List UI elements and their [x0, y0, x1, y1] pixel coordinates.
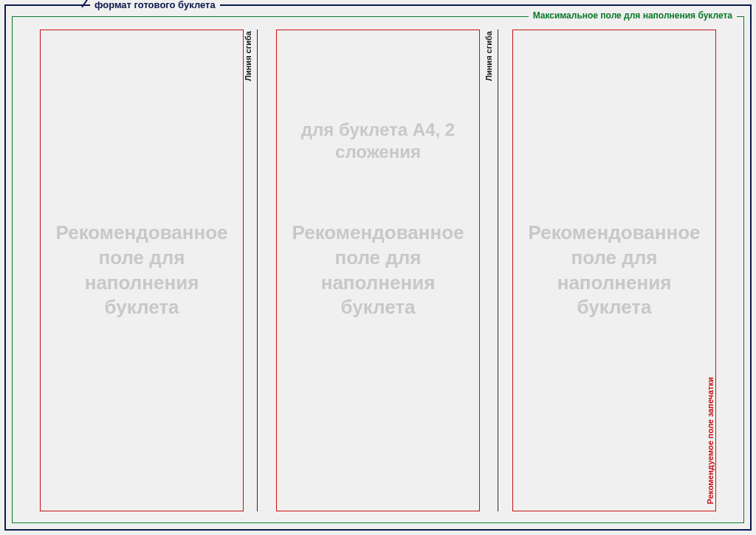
print-area-label: Рекомендуемое поле запечатки: [706, 374, 715, 507]
panel-wrap-1: Рекомендованное поле для наполнения букл…: [24, 30, 260, 511]
panel-2: для буклета А4, 2 сложения Рекомендованн…: [276, 30, 479, 511]
panel-2-text: Рекомендованное поле для наполнения букл…: [277, 221, 478, 320]
panel-wrap-2: для буклета А4, 2 сложения Рекомендованн…: [260, 30, 496, 511]
panels-container: Рекомендованное поле для наполнения букл…: [24, 30, 732, 511]
tick-mark-icon: [78, 0, 92, 7]
format-label: формат готового буклета: [90, 0, 220, 10]
panel-1-text: Рекомендованное поле для наполнения букл…: [41, 221, 242, 320]
max-field-label: Максимальное поле для наполнения буклета: [529, 10, 737, 21]
panel-3: Рекомендованное поле для наполнения букл…: [512, 30, 715, 511]
panel-3-text: Рекомендованное поле для наполнения букл…: [513, 221, 715, 320]
panel-1: Рекомендованное поле для наполнения букл…: [40, 30, 243, 511]
panel-2-subtitle: для буклета А4, 2 сложения: [277, 119, 478, 163]
panel-wrap-3: Рекомендованное поле для наполнения букл…: [496, 30, 732, 511]
